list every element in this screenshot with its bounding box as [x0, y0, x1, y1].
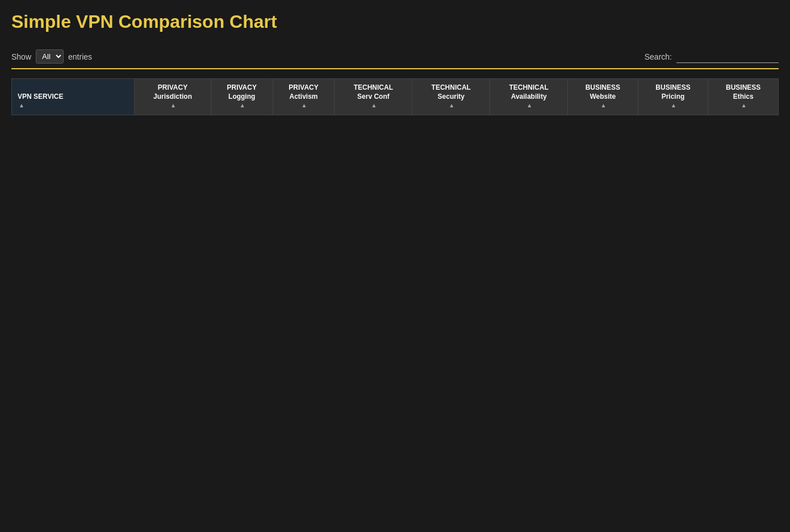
- search-input[interactable]: [676, 50, 779, 63]
- col-header-biz_pricing[interactable]: BUSINESSPricing▲: [638, 79, 708, 115]
- page-title: Simple VPN Comparison Chart: [11, 11, 779, 32]
- col-header-vpn[interactable]: VPN SERVICE▲: [12, 79, 135, 115]
- col-header-priv_jurisdiction[interactable]: PRIVACYJurisdiction▲: [135, 79, 211, 115]
- show-label: Show: [11, 52, 31, 61]
- col-header-tech_servconf[interactable]: TECHNICALServ Conf▲: [335, 79, 412, 115]
- entries-select[interactable]: All102550: [36, 49, 64, 64]
- col-header-biz_ethics[interactable]: BUSINESSEthics▲: [708, 79, 779, 115]
- page-wrapper: Simple VPN Comparison Chart Show All1025…: [0, 0, 790, 532]
- comparison-table: VPN SERVICE▲PRIVACYJurisdiction▲PRIVACYL…: [11, 78, 779, 115]
- col-header-biz_website[interactable]: BUSINESSWebsite▲: [568, 79, 638, 115]
- table-container: VPN SERVICE▲PRIVACYJurisdiction▲PRIVACYL…: [11, 78, 779, 115]
- controls-bar: Show All102550 entries Search:: [11, 49, 779, 69]
- col-header-priv_logging[interactable]: PRIVACYLogging▲: [211, 79, 273, 115]
- search-label: Search:: [645, 52, 672, 61]
- entries-label: entries: [68, 52, 92, 61]
- show-entries-group: Show All102550 entries: [11, 49, 92, 64]
- col-header-tech_availability[interactable]: TECHNICALAvailability▲: [490, 79, 568, 115]
- col-header-tech_security[interactable]: TECHNICALSecurity▲: [412, 79, 490, 115]
- col-header-priv_activism[interactable]: PRIVACYActivism▲: [273, 79, 335, 115]
- search-group: Search:: [645, 50, 779, 63]
- table-header-row: VPN SERVICE▲PRIVACYJurisdiction▲PRIVACYL…: [12, 79, 779, 115]
